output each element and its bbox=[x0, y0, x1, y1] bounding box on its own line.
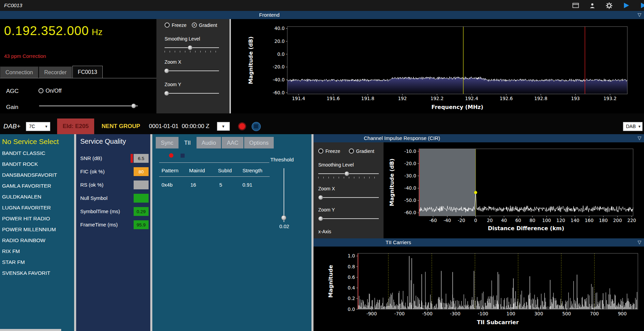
tab-audio[interactable]: Audio bbox=[197, 137, 221, 148]
freeze-label: Freeze bbox=[172, 22, 187, 28]
signal-tabs-panel: SyncTIIAudioAACOptions PatternMainIdSubI… bbox=[152, 134, 311, 331]
svg-text:-60: -60 bbox=[429, 218, 437, 223]
frontend-spectrum-chart[interactable]: 191.4191.6191.8192192.2192.4192.6192.819… bbox=[231, 19, 644, 113]
cir-freeze-toggle[interactable]: Freeze bbox=[318, 148, 340, 154]
quality-label: RS (ok %) bbox=[80, 182, 103, 188]
service-quality-panel: Service Quality SNR (dB)6.5FIC (ok %)80R… bbox=[76, 134, 150, 331]
cir-gradient-toggle[interactable]: Gradient bbox=[349, 148, 374, 154]
channel-select[interactable]: 7C ▼ bbox=[26, 122, 50, 131]
cir-zoom-y-slider-handle[interactable] bbox=[318, 216, 323, 221]
horizontal-scrollbar[interactable] bbox=[0, 329, 61, 331]
table-cell: 0x4b bbox=[162, 182, 173, 188]
svg-text:0.6: 0.6 bbox=[348, 274, 355, 280]
service-item[interactable]: BANDIT CLASSIC bbox=[0, 148, 74, 159]
cir-zoom-x-slider-handle[interactable] bbox=[318, 195, 323, 200]
quality-indicator bbox=[131, 154, 133, 163]
zoom-y-slider-handle[interactable] bbox=[164, 91, 169, 96]
svg-text:192.6: 192.6 bbox=[499, 96, 513, 101]
gradient-radio[interactable] bbox=[349, 148, 354, 154]
slider-groove bbox=[39, 106, 138, 106]
table-header-underline bbox=[159, 176, 270, 177]
gain-slider-handle[interactable] bbox=[131, 104, 136, 108]
service-list: No Service Select BANDIT CLASSICBANDIT R… bbox=[0, 134, 74, 331]
smoothing-slider[interactable] bbox=[165, 45, 219, 50]
collapse-chevron-icon[interactable]: ▽ bbox=[638, 12, 641, 17]
svg-text:192.2: 192.2 bbox=[430, 96, 444, 101]
agc-radio[interactable] bbox=[38, 88, 44, 93]
freeze-toggle[interactable]: Freeze bbox=[165, 22, 187, 28]
svg-text:0.4: 0.4 bbox=[348, 285, 355, 290]
cir-smoothing-slider[interactable] bbox=[318, 171, 379, 176]
service-item[interactable]: SVENSKA FAVORIT bbox=[0, 268, 74, 279]
cir-display-controls: Freeze Gradient Smoothing Level Zoom X bbox=[313, 142, 384, 238]
tab-sync[interactable]: Sync bbox=[156, 137, 179, 148]
cir-zoom-x-slider[interactable] bbox=[318, 195, 379, 200]
service-item[interactable]: POWER MILLENNIUM bbox=[0, 224, 74, 235]
service-item[interactable]: GAMLA FAVORITER bbox=[0, 180, 74, 191]
cir-smoothing-slider-handle[interactable] bbox=[344, 171, 349, 176]
no-service-label: No Service Select bbox=[0, 134, 74, 148]
gradient-toggle[interactable]: Gradient bbox=[192, 22, 217, 28]
svg-text:80: 80 bbox=[529, 218, 535, 223]
tab-options[interactable]: Options bbox=[244, 137, 274, 148]
quality-value-box bbox=[134, 180, 149, 189]
freeze-radio[interactable] bbox=[318, 148, 323, 154]
tab-aac[interactable]: AAC bbox=[222, 137, 243, 148]
svg-text:20: 20 bbox=[487, 218, 493, 223]
zoom-y-slider[interactable] bbox=[165, 91, 219, 96]
signal-tab-bar: SyncTIIAudioAACOptions bbox=[156, 137, 274, 148]
threshold-slider[interactable] bbox=[281, 168, 287, 222]
svg-text:40: 40 bbox=[501, 218, 507, 223]
zoom-y-label: Zoom Y bbox=[318, 207, 335, 212]
service-item[interactable]: LUGNA FAVORITER bbox=[0, 202, 74, 213]
service-item[interactable]: BANDIT ROCK bbox=[0, 159, 74, 170]
service-item[interactable]: STAR FM bbox=[0, 257, 74, 268]
dropdown-button[interactable]: ▼ bbox=[217, 122, 230, 131]
tab-connection[interactable]: Connection bbox=[0, 66, 38, 78]
collapse-chevron-icon[interactable]: ▽ bbox=[638, 239, 641, 245]
svg-text:-20.0: -20.0 bbox=[273, 64, 285, 69]
tii-indicator-square bbox=[181, 154, 185, 158]
quality-value-box: 80 bbox=[134, 167, 149, 176]
start-play-icon[interactable] bbox=[623, 2, 630, 9]
quality-label: FrameTime (ms) bbox=[80, 222, 118, 227]
quality-row: SymbolTime (ms)0.29 bbox=[76, 205, 150, 218]
output-mode-value: DAB bbox=[626, 124, 636, 129]
spectrum-window-icon[interactable] bbox=[572, 3, 579, 8]
quality-value-box: 0.29 bbox=[134, 207, 149, 216]
freeze-radio[interactable] bbox=[165, 22, 170, 28]
frontend-tab-bar: ConnectionRecorderFC0013 bbox=[0, 66, 156, 78]
clipped-play-icon[interactable] bbox=[640, 2, 644, 9]
collapse-chevron-icon[interactable]: ▽ bbox=[638, 135, 641, 141]
table-header-subid: SubId bbox=[218, 168, 232, 174]
svg-text:60: 60 bbox=[515, 218, 521, 223]
zoom-x-slider-handle[interactable] bbox=[164, 68, 169, 73]
tii-title: TII Carriers bbox=[386, 239, 411, 245]
service-item[interactable]: GULDKANALEN bbox=[0, 191, 74, 202]
gradient-radio[interactable] bbox=[192, 22, 197, 28]
smoothing-slider-handle[interactable] bbox=[188, 45, 192, 50]
output-mode-select[interactable]: DAB ▼ bbox=[623, 122, 643, 131]
tii-carriers-chart: -900-700-500-300-1001003005007009001.00.… bbox=[313, 247, 644, 331]
tab-fc0013[interactable]: FC0013 bbox=[72, 66, 103, 78]
record-button[interactable] bbox=[238, 122, 246, 130]
service-item[interactable]: DANSBANDSFAVORIT bbox=[0, 170, 74, 180]
zoom-x-slider[interactable] bbox=[165, 68, 219, 74]
svg-text:0.0: 0.0 bbox=[348, 306, 355, 312]
svg-text:-500: -500 bbox=[422, 311, 433, 316]
table-header-pattern: Pattern bbox=[162, 168, 179, 174]
stop-button[interactable] bbox=[252, 122, 261, 131]
svg-text:-30.0: -30.0 bbox=[404, 173, 416, 178]
threshold-slider-handle[interactable] bbox=[281, 215, 286, 220]
service-item[interactable]: RIX FM bbox=[0, 246, 74, 257]
settings-gear-icon[interactable] bbox=[606, 2, 613, 9]
service-item[interactable]: POWER HIT RADIO bbox=[0, 213, 74, 224]
about-icon[interactable] bbox=[589, 3, 595, 9]
agc-toggle[interactable]: On/Off bbox=[38, 88, 62, 94]
tab-tii[interactable]: TII bbox=[179, 137, 196, 148]
freeze-label: Freeze bbox=[325, 148, 340, 154]
gain-slider[interactable] bbox=[39, 103, 138, 109]
service-item[interactable]: RADIO RAINBOW bbox=[0, 235, 74, 246]
tab-recorder[interactable]: Recorder bbox=[39, 66, 72, 78]
cir-zoom-y-slider[interactable] bbox=[318, 216, 379, 221]
